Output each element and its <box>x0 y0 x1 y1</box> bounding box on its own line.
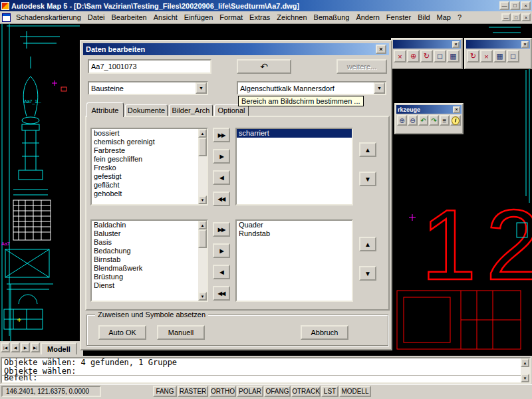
abbruch-button[interactable]: Abbruch <box>301 325 348 340</box>
move-left-button[interactable]: ◀ <box>213 170 230 185</box>
list-scrollbar[interactable]: ▲ ▼ <box>198 221 207 301</box>
tab-bilder-arch[interactable]: Bilder_Arch <box>169 104 213 116</box>
menu-item-einfuegen[interactable]: Einfügen <box>181 11 216 23</box>
minimize-button[interactable]: — <box>499 1 509 10</box>
menu-item-format[interactable]: Format <box>216 11 246 23</box>
list-item[interactable]: gehobelt <box>92 190 198 198</box>
status-toggle-lst[interactable]: LST <box>321 386 338 397</box>
auto-ok-button[interactable]: Auto OK <box>98 325 146 340</box>
coordinates-display[interactable]: 146.2401, 121.6375, 0.0000 <box>1 386 101 397</box>
menu-item-bild[interactable]: Bild <box>414 11 433 23</box>
menu-item-schadenskartierung[interactable]: Schadenskartierung <box>13 11 84 23</box>
scroll-down-button[interactable]: ▼ <box>521 374 529 382</box>
menu-item-bemassung[interactable]: Bemaßung <box>311 11 353 23</box>
move-down-button[interactable]: ▼ <box>359 266 376 281</box>
maximize-button[interactable]: □ <box>510 1 520 10</box>
rotate-view-button[interactable]: ↻ <box>467 50 479 63</box>
tab-modell[interactable]: Modell <box>41 342 77 354</box>
status-toggle-polar[interactable]: POLAR <box>237 386 263 397</box>
list-item[interactable]: Rundstab <box>237 229 352 238</box>
list-item[interactable]: Dienst <box>92 281 198 290</box>
status-toggle-modell[interactable]: MODELL <box>339 386 371 397</box>
move-down-button[interactable]: ▼ <box>359 172 376 186</box>
list-item[interactable]: Fresko <box>92 164 198 172</box>
list-item[interactable]: Birnstab <box>92 255 198 264</box>
dialog-close-button[interactable]: × <box>376 45 386 54</box>
menu-item-zeichnen[interactable]: Zeichnen <box>273 11 310 23</box>
move-up-button[interactable]: ▲ <box>359 142 376 157</box>
list-item[interactable]: Blendmaßwerk <box>92 264 198 273</box>
red-mark-button[interactable]: × <box>480 50 493 63</box>
scroll-up-button[interactable]: ▲ <box>198 221 207 229</box>
menu-item-extras[interactable]: Extras <box>246 11 273 23</box>
grid-view-button[interactable]: ▦ <box>493 50 506 63</box>
list-item[interactable]: Bedachung <box>92 247 198 255</box>
command-scrollbar[interactable]: ▲ ▼ <box>521 358 529 382</box>
menu-item-datei[interactable]: Datei <box>84 11 108 23</box>
menu-item-fenster[interactable]: Fenster <box>383 11 414 23</box>
status-toggle-fang[interactable]: FANG <box>153 386 177 397</box>
attributes-available-list[interactable]: bossiert chemisch gereinigt Farbreste fe… <box>90 128 208 205</box>
layout-prev-button[interactable]: ◀ <box>11 342 20 352</box>
toolbar-view-titlebar[interactable]: × <box>466 40 530 49</box>
rotate-tool-button[interactable]: ↻ <box>420 50 433 63</box>
close-button[interactable]: × <box>521 1 531 10</box>
list-item[interactable]: Basis <box>92 238 198 247</box>
menu-item-map[interactable]: Map <box>434 11 454 23</box>
layout-first-button[interactable]: |◀ <box>1 342 10 352</box>
undo-button[interactable]: ↶ <box>237 59 291 74</box>
list-item[interactable]: gefestigt <box>92 172 198 181</box>
toolbar-tools-close-button[interactable]: × <box>453 106 460 113</box>
list-item[interactable]: Quader <box>237 221 352 229</box>
menu-item-aendern[interactable]: Ändern <box>352 11 382 23</box>
manuell-button[interactable]: Manuell <box>157 325 205 340</box>
list-item[interactable]: geflächt <box>92 181 198 190</box>
view-back-button[interactable]: ↶ <box>418 115 428 126</box>
layout-last-button[interactable]: ▶| <box>31 342 40 352</box>
layout-next-button[interactable]: ▶ <box>21 342 30 352</box>
list-item-selected[interactable]: scharriert <box>237 129 352 138</box>
dropdown-arrow-icon[interactable]: ▼ <box>196 82 207 94</box>
layers-button[interactable]: ≡ <box>440 115 450 126</box>
menu-item-ansicht[interactable]: Ansicht <box>150 11 181 23</box>
tab-dokumente[interactable]: Dokumente <box>125 104 168 116</box>
parts-selected-list[interactable]: Quader Rundstab <box>235 219 353 302</box>
view-forward-button[interactable]: ↷ <box>429 115 439 126</box>
status-toggle-ofang[interactable]: OFANG <box>264 386 291 397</box>
move-right-button[interactable]: ▶ <box>213 149 230 164</box>
list-item[interactable]: Baldachin <box>92 221 198 229</box>
mdi-close-button[interactable]: × <box>521 13 531 21</box>
attributes-selected-list[interactable]: scharriert <box>235 128 353 205</box>
scroll-thumb[interactable] <box>198 229 207 248</box>
cube-tool-button[interactable]: ◻ <box>434 50 446 63</box>
list-scrollbar[interactable]: ▲ ▼ <box>198 129 207 204</box>
menu-item-bearbeiten[interactable]: Bearbeiten <box>108 11 150 23</box>
parts-available-list[interactable]: Baldachin Baluster Basis Bedachung Birns… <box>90 219 208 302</box>
cad-canvas-left[interactable]: Aa7_1... Aa7 <box>0 23 83 341</box>
scroll-up-button[interactable]: ▲ <box>198 129 207 138</box>
list-item[interactable]: fein geschliffen <box>92 155 198 164</box>
move-left-button[interactable]: ◀ <box>213 265 230 279</box>
red-cross-tool-button[interactable]: × <box>394 50 406 63</box>
scroll-up-button[interactable]: ▲ <box>521 358 529 367</box>
command-history[interactable]: Objekte wählen: 4 gefunden, 1 Gruppe Obj… <box>1 357 531 384</box>
move-all-left-button[interactable]: ◀◀ <box>213 192 230 206</box>
move-all-right-button[interactable]: ▶▶ <box>213 128 230 142</box>
menu-item-hilfe[interactable]: ? <box>454 11 465 23</box>
move-up-button[interactable]: ▲ <box>359 237 376 251</box>
red-target-tool-button[interactable]: ⊕ <box>407 50 420 63</box>
list-item[interactable]: Baluster <box>92 229 198 238</box>
toolbar-tools-titlebar[interactable]: rkzeuge × <box>396 105 462 114</box>
status-toggle-ortho[interactable]: ORTHO <box>209 386 236 397</box>
grid-tool-button[interactable]: ▦ <box>447 50 460 63</box>
dropdown-arrow-icon[interactable]: ▼ <box>374 82 385 94</box>
toolbar-view-close-button[interactable]: × <box>521 41 529 48</box>
list-item[interactable]: Farbreste <box>92 146 198 155</box>
info-button[interactable]: i <box>450 115 461 126</box>
zoom-in-button[interactable]: ⊕ <box>397 115 407 126</box>
move-all-right-button[interactable]: ▶▶ <box>213 222 230 237</box>
category-combobox[interactable]: Bausteine ▼ <box>88 81 208 95</box>
list-item[interactable]: Brüstung <box>92 273 198 281</box>
move-all-left-button[interactable]: ◀◀ <box>213 286 230 301</box>
tab-attribute[interactable]: Attribute <box>86 102 124 117</box>
